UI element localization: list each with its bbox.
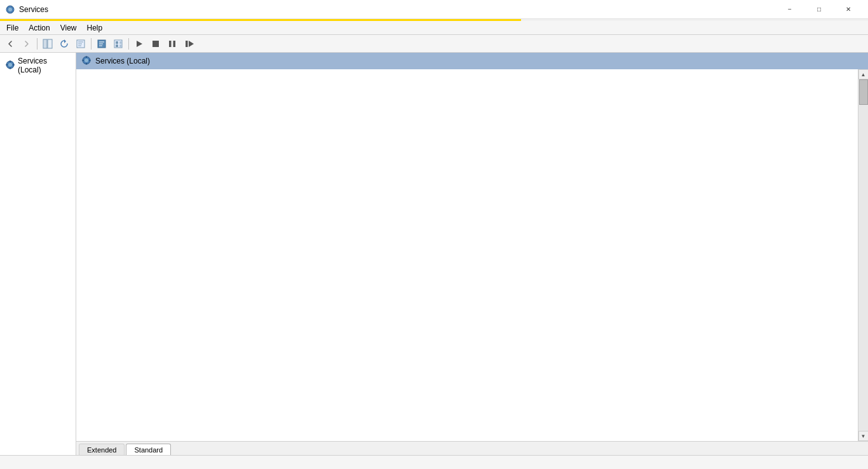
svg-rect-39 [83, 60, 85, 61]
svg-rect-24 [153, 41, 159, 47]
minimize-button[interactable]: − [775, 0, 804, 19]
view-details-button[interactable] [111, 37, 126, 51]
forward-button[interactable] [19, 37, 34, 51]
toolbar-sep-2 [91, 38, 92, 50]
svg-rect-26 [173, 41, 176, 47]
svg-marker-28 [189, 41, 194, 47]
menu-view[interactable]: View [55, 21, 82, 35]
svg-point-30 [8, 63, 12, 67]
scrollbar-down[interactable]: ▼ [858, 431, 869, 441]
svg-rect-2 [10, 6, 11, 8]
menu-file[interactable]: File [1, 21, 24, 35]
content-body: ▲ ▼ [76, 69, 868, 441]
svg-rect-31 [10, 60, 11, 62]
right-pane: Services (Local) ▲ ▼ Extended Standard [76, 53, 868, 455]
svg-point-36 [85, 58, 88, 62]
svg-rect-5 [12, 9, 14, 10]
menu-bar: File Action View Help [0, 21, 868, 35]
svg-rect-27 [186, 41, 188, 47]
svg-rect-3 [10, 11, 11, 13]
svg-rect-18 [116, 44, 118, 47]
sidebar-item-label: Services (Local) [18, 57, 71, 74]
back-button[interactable] [3, 37, 18, 51]
svg-rect-7 [48, 39, 52, 48]
refresh-button[interactable] [57, 37, 72, 51]
svg-rect-33 [6, 64, 8, 65]
scrollbar-up[interactable]: ▲ [858, 69, 869, 79]
svg-rect-38 [86, 63, 87, 65]
window-controls: − □ ✕ [775, 0, 863, 19]
menu-action[interactable]: Action [24, 21, 55, 35]
title-bar: Services − □ ✕ [0, 0, 868, 19]
content-header-text: Services (Local) [95, 57, 150, 65]
sidebar-item-services-local[interactable]: Services (Local) [0, 53, 76, 78]
tab-standard[interactable]: Standard [126, 444, 171, 455]
svg-point-1 [8, 8, 12, 11]
start-service-button[interactable] [132, 37, 147, 51]
window-title: Services [19, 5, 775, 14]
toolbar [0, 35, 868, 53]
toolbar-sep-1 [37, 38, 37, 50]
maximize-button[interactable]: □ [804, 0, 834, 19]
svg-rect-40 [89, 60, 91, 61]
svg-rect-4 [6, 9, 8, 10]
scrollbar[interactable]: ▲ ▼ [858, 69, 868, 441]
scrollbar-track[interactable] [858, 79, 869, 431]
close-button[interactable]: ✕ [834, 0, 863, 19]
svg-rect-37 [86, 56, 87, 58]
services-local-icon [5, 60, 15, 72]
svg-rect-34 [13, 64, 15, 65]
export-button[interactable] [73, 37, 88, 51]
stop-service-button[interactable] [148, 37, 163, 51]
restart-service-button[interactable] [181, 37, 196, 51]
svg-rect-17 [116, 41, 118, 44]
status-bar [0, 455, 868, 469]
pause-service-button[interactable] [165, 37, 180, 51]
svg-marker-23 [137, 41, 142, 47]
svg-rect-6 [43, 39, 47, 48]
content-header-icon [81, 55, 92, 67]
toolbar-sep-3 [128, 38, 129, 50]
scrollbar-thumb[interactable] [859, 79, 868, 105]
svg-rect-32 [10, 67, 11, 69]
bottom-tabs: Extended Standard [76, 441, 868, 455]
sidebar: Services (Local) [0, 53, 76, 455]
svg-rect-25 [169, 41, 172, 47]
show-hide-tree-button[interactable] [40, 37, 55, 51]
menu-help[interactable]: Help [82, 21, 108, 35]
main-content: Services (Local) Services (Local) [0, 53, 868, 455]
app-icon [5, 4, 15, 15]
content-header: Services (Local) [76, 53, 868, 69]
properties-button[interactable] [94, 37, 109, 51]
tab-extended[interactable]: Extended [79, 444, 125, 455]
